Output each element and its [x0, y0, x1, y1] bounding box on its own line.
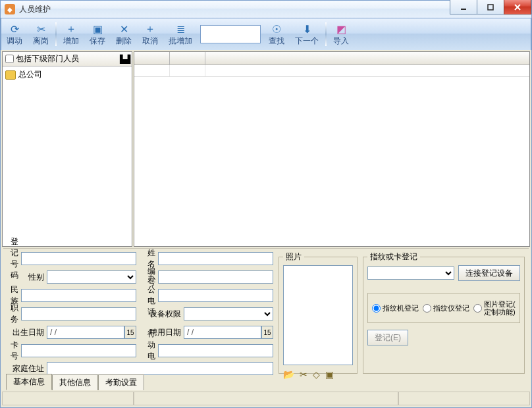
tab-attendance[interactable]: 考勤设置: [98, 374, 144, 390]
save-icon: ▣: [93, 22, 103, 36]
upper-split: 包括下级部门人员 ▙▟ 总公司: [2, 51, 530, 247]
capture-icon[interactable]: ▣: [325, 369, 334, 380]
toolbar-import[interactable]: ◩导入: [328, 18, 354, 50]
include-sub-checkbox-label[interactable]: 包括下级部门人员: [5, 53, 79, 64]
app-icon: ◆: [5, 4, 15, 14]
status-section: [398, 392, 530, 405]
input-position[interactable]: [21, 307, 136, 320]
toolbar-transfer[interactable]: ⟳调动: [1, 18, 28, 50]
import-icon: ◩: [336, 22, 346, 36]
photo-fieldset: 照片 📂 ✂ ◇ ▣: [279, 251, 358, 374]
fp-device-select[interactable]: [367, 267, 454, 280]
toolbar-next[interactable]: ⬇下一个: [290, 18, 324, 50]
plus-icon: ＋: [66, 22, 76, 36]
toolbar-cancel[interactable]: ＋取消: [137, 18, 163, 50]
input-hire-date[interactable]: / /: [184, 326, 261, 339]
delete-icon: ✕: [120, 22, 128, 36]
tree-header: 包括下级部门人员 ▙▟: [3, 52, 132, 66]
toolbar-batch-add[interactable]: ≣批增加: [163, 18, 198, 50]
grid-row[interactable]: [134, 65, 529, 77]
status-section: [2, 392, 134, 405]
label-gender: 性别: [7, 272, 44, 283]
camera-icon[interactable]: ✂: [300, 369, 307, 380]
employee-grid[interactable]: [134, 51, 530, 247]
toolbar-add[interactable]: ＋增加: [58, 18, 84, 50]
tab-other-info[interactable]: 其他信息: [52, 374, 98, 390]
grid-col[interactable]: [170, 52, 205, 64]
input-name[interactable]: [158, 252, 273, 265]
register-button[interactable]: 登记(E): [367, 330, 408, 345]
input-home-addr[interactable]: [47, 362, 273, 375]
toolbar-save[interactable]: ▣保存: [84, 18, 111, 50]
department-tree-pane: 包括下级部门人员 ▙▟ 总公司: [2, 51, 132, 247]
client-area: ⟳调动 ✂离岗 ＋增加 ▣保存 ✕删除 ＋取消 ≣批增加 ☉查找 ⬇下一个 ◩导…: [0, 18, 532, 408]
window-title: 人员维护: [19, 4, 51, 15]
toolbar-search-input[interactable]: [200, 25, 261, 43]
input-mobile[interactable]: [158, 344, 273, 357]
toolbar: ⟳调动 ✂离岗 ＋增加 ▣保存 ✕删除 ＋取消 ≣批增加 ☉查找 ⬇下一个 ◩导…: [1, 18, 531, 50]
org-icon[interactable]: ▙▟: [120, 55, 129, 64]
leave-icon: ✂: [37, 22, 45, 36]
erase-photo-icon[interactable]: ◇: [313, 369, 320, 380]
search-icon: ☉: [272, 22, 281, 36]
select-gender[interactable]: [47, 270, 136, 284]
label-position: 职务: [7, 303, 18, 325]
open-photo-icon[interactable]: 📂: [283, 369, 294, 380]
toolbar-leave[interactable]: ✂离岗: [28, 18, 54, 50]
next-icon: ⬇: [303, 22, 311, 36]
folder-icon: [5, 70, 16, 80]
input-birth-date[interactable]: / /: [47, 326, 124, 339]
input-card-no[interactable]: [21, 344, 136, 357]
hire-date-picker-button[interactable]: 15: [261, 326, 273, 339]
input-emp-no[interactable]: [158, 270, 273, 284]
toolbar-delete[interactable]: ✕删除: [111, 18, 137, 50]
fingerprint-fieldset: 指纹或卡登记 连接登记设备 指纹机登记 指纹仪登记 图片登记(定制功能) 登记(…: [363, 251, 525, 374]
label-device-priv: 设备权限: [144, 309, 181, 320]
fp-legend: 指纹或卡登记: [367, 251, 420, 263]
toolbar-separator: [55, 22, 57, 46]
input-office-phone[interactable]: [158, 289, 273, 302]
select-device-priv[interactable]: [184, 307, 273, 320]
photo-legend: 照片: [283, 251, 304, 263]
tree-root-item[interactable]: 总公司: [5, 69, 129, 80]
titlebar: ◆ 人员维护: [0, 0, 532, 18]
workarea: 包括下级部门人员 ▙▟ 总公司: [2, 51, 530, 406]
grid-header: [134, 52, 529, 65]
toolbar-find[interactable]: ☉查找: [263, 18, 290, 50]
status-section: [134, 392, 398, 405]
status-bar: [2, 392, 530, 406]
form-panel: 登记号码 性别 民族 职务 出生日期 / /15 卡号 姓名 编号: [3, 248, 529, 390]
birth-date-picker-button[interactable]: 15: [124, 326, 136, 339]
grid-col[interactable]: [134, 52, 170, 64]
cancel-icon: ＋: [145, 22, 155, 36]
include-sub-checkbox[interactable]: [5, 55, 14, 63]
fp-mode-radios: 指纹机登记 指纹仪登记 图片登记(定制功能): [367, 293, 520, 323]
radio-photo-reg[interactable]: 图片登记(定制功能): [473, 300, 516, 316]
form-tabs: 基本信息 其他信息 考勤设置: [3, 374, 529, 390]
maximize-button[interactable]: [477, 0, 504, 14]
input-reg-no[interactable]: [21, 252, 136, 265]
label-home-addr: 家庭住址: [7, 363, 44, 374]
input-ethnic[interactable]: [21, 289, 136, 302]
label-birth: 出生日期: [7, 327, 44, 338]
label-card: 卡号: [7, 340, 18, 362]
photo-preview: [283, 265, 353, 365]
svg-rect-1: [488, 5, 493, 10]
radio-fp-machine[interactable]: 指纹机登记: [372, 300, 419, 316]
minimize-button[interactable]: [450, 0, 477, 14]
tree[interactable]: 总公司: [3, 66, 132, 246]
batch-icon: ≣: [176, 22, 185, 36]
close-button[interactable]: [504, 0, 531, 14]
window-controls: [450, 0, 531, 14]
grid-body: [134, 65, 529, 77]
toolbar-separator: [325, 22, 327, 46]
refresh-icon: ⟳: [11, 22, 19, 36]
connect-device-button[interactable]: 连接登记设备: [458, 265, 520, 281]
tab-basic-info[interactable]: 基本信息: [6, 374, 52, 390]
radio-fp-sensor[interactable]: 指纹仪登记: [423, 300, 469, 316]
